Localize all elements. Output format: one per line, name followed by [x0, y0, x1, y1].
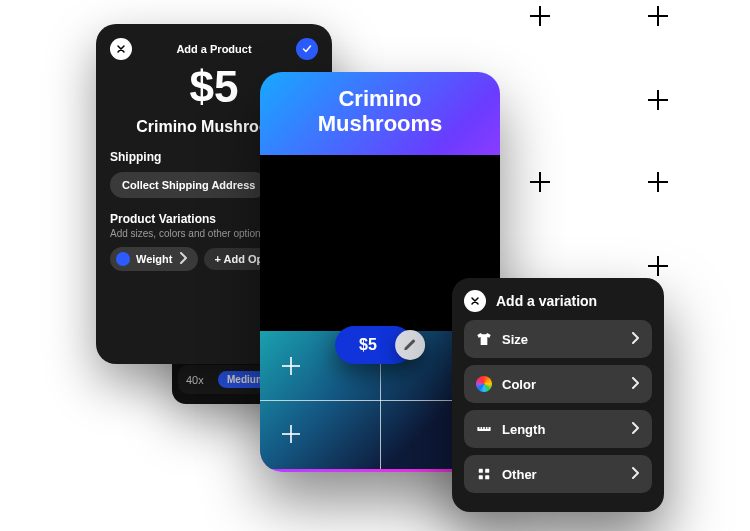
variation-option-length[interactable]: Length: [464, 410, 652, 448]
variation-option-label: Color: [502, 377, 622, 392]
svg-rect-4: [485, 475, 489, 479]
variation-option-size[interactable]: Size: [464, 320, 652, 358]
chevron-right-icon: [632, 465, 640, 483]
variation-option-other[interactable]: Other: [464, 455, 652, 493]
chevron-right-icon: [632, 420, 640, 438]
variation-popover-title: Add a variation: [496, 293, 597, 309]
variation-option-label: Other: [502, 467, 622, 482]
check-icon: [301, 43, 313, 55]
chevron-right-icon: [632, 375, 640, 393]
svg-rect-3: [479, 475, 483, 479]
weight-chip[interactable]: Weight: [110, 247, 198, 271]
stage: 40x Medium Yellow 40x Large Yellow 40x S…: [0, 0, 750, 531]
close-button[interactable]: [110, 38, 132, 60]
price-pill-group: $5: [335, 326, 425, 364]
variation-option-color[interactable]: Color: [464, 365, 652, 403]
close-button[interactable]: [464, 290, 486, 312]
svg-rect-1: [479, 469, 483, 473]
collect-shipping-pill[interactable]: Collect Shipping Address: [110, 172, 267, 198]
edit-price-button[interactable]: [395, 330, 425, 360]
plus-icon: [282, 425, 300, 443]
svg-rect-0: [477, 427, 490, 431]
pencil-icon: [403, 338, 417, 352]
weight-chip-label: Weight: [136, 253, 172, 265]
close-icon: [115, 43, 127, 55]
svg-rect-2: [485, 469, 489, 473]
panel-title: Add a Product: [176, 43, 251, 55]
add-variation-popover: Add a variation Size Color Length: [452, 278, 664, 512]
shirt-icon: [476, 331, 492, 347]
confirm-button[interactable]: [296, 38, 318, 60]
color-wheel-icon: [476, 376, 492, 392]
chevron-right-icon: [180, 252, 188, 266]
chip-color-dot: [116, 252, 130, 266]
chevron-right-icon: [632, 330, 640, 348]
ruler-icon: [476, 421, 492, 437]
plus-icon: [282, 357, 300, 375]
variation-option-label: Size: [502, 332, 622, 347]
variation-qty: 40x: [186, 374, 212, 386]
close-icon: [469, 295, 481, 307]
variation-option-label: Length: [502, 422, 622, 437]
grid-icon: [476, 466, 492, 482]
preview-title: Crimino Mushrooms: [280, 86, 480, 137]
